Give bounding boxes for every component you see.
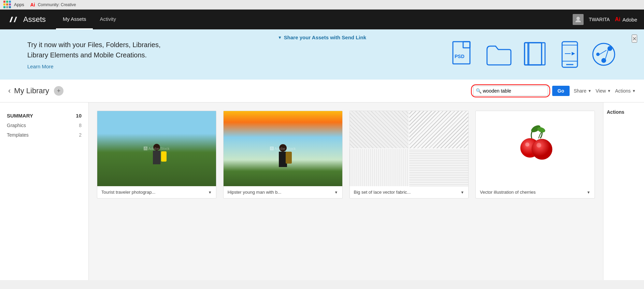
svg-rect-7 [525,43,542,65]
image-title-3: Big set of lace vector fabric... [354,190,459,195]
user-name: TWARITA [589,17,610,22]
image-title-4: Vector illustration of cherries [480,190,585,195]
nav-right: TWARITA Ai Adobe [573,14,637,25]
share-icon [591,42,617,67]
svg-text:PSD: PSD [455,54,464,59]
image-footer-2: Hipster young man with b... ▼ [224,186,342,198]
view-chevron-icon: ▼ [607,89,611,93]
tab-my-assets[interactable]: My Assets [56,10,93,29]
sidebar-item-templates[interactable]: Templates 2 [7,130,82,140]
image-card-2: 🅰 Adobe Stock Hipster young man with b..… [223,111,343,198]
watermark-2: 🅰 Adobe Stock [270,147,296,151]
community-label[interactable]: Community: Creative [38,2,76,7]
summary-total-row[interactable]: SUMMARY 10 [7,111,82,121]
app-bar: Apps Ai Community: Creative [0,0,644,10]
svg-point-13 [601,58,606,63]
apps-label[interactable]: Apps [14,2,24,7]
view-button[interactable]: View ▼ [596,88,611,94]
back-button[interactable]: ‹ [8,86,11,95]
svg-point-0 [7,13,19,26]
image-thumb-4[interactable] [476,111,595,186]
actions-panel-label: Actions [607,109,641,115]
image-thumb-3[interactable] [350,111,469,186]
learn-more-link[interactable]: Learn More [27,64,160,69]
share-button[interactable]: Share ▼ [574,88,591,94]
summary-count: 10 [76,113,82,119]
svg-rect-3 [463,42,470,48]
templates-label: Templates [7,132,29,138]
svg-line-14 [605,50,608,59]
image-dropdown-3[interactable]: ▼ [460,190,464,194]
image-dropdown-2[interactable]: ▼ [334,190,338,194]
svg-point-15 [596,53,600,56]
banner-text: Try it now with your Files, Folders, Lib… [27,40,160,69]
adobe-cc-logo [7,13,19,26]
psd-icon: PSD [451,41,475,68]
sidebar-item-graphics[interactable]: Graphics 8 [7,121,82,130]
watermark-1: 🅰 Adobe Stock [144,147,170,151]
main-nav: Assets My Assets Activity TWARITA Ai Ado… [0,10,644,29]
content-area: SUMMARY 10 Graphics 8 Templates 2 [0,102,644,280]
image-card-1: 🅰 Adobe Stock Tourist traveler photograp… [97,111,216,198]
image-footer-3: Big set of lace vector fabric... ▼ [350,186,469,198]
actions-panel: Actions [603,102,644,280]
image-card-3: Big set of lace vector fabric... ▼ [349,111,469,198]
search-input[interactable] [473,86,548,96]
image-grid: 🅰 Adobe Stock Tourist traveler photograp… [89,102,603,280]
image-title-1: Tourist traveler photograp... [101,190,207,195]
share-chevron-icon: ▼ [588,89,591,93]
graphics-count: 8 [79,123,82,128]
svg-rect-6 [528,43,545,65]
avatar [573,14,584,25]
actions-chevron-icon: ▼ [632,89,636,93]
folder-icon [485,43,513,67]
templates-count: 2 [79,132,82,138]
image-footer-4: Vector illustration of cherries ▼ [476,186,595,198]
search-wrap: 🔍 [473,86,548,96]
library-actions: 🔍 Go Share ▼ View ▼ Actions ▼ [473,86,636,96]
svg-point-22 [532,139,552,160]
sidebar: SUMMARY 10 Graphics 8 Templates 2 [0,102,89,280]
image-card-4: Vector illustration of cherries ▼ [475,111,595,198]
banner-description: Try it now with your Files, Folders, Lib… [27,40,160,60]
mobile-icon [559,40,581,69]
add-library-button[interactable]: + [54,86,63,96]
image-thumb-2[interactable]: 🅰 Adobe Stock [224,111,342,186]
banner: Share your Assets with Send Link × Try i… [0,29,644,80]
banner-title: Share your Assets with Send Link [278,35,366,40]
library-icon [523,41,548,68]
image-title-2: Hipster young man with b... [228,190,333,195]
summary-label: SUMMARY [7,113,33,119]
lace-pattern [350,111,469,186]
adobe-logo-right: Ai [615,16,620,23]
adobe-logo-small: Ai [30,2,35,8]
adobe-right: Ai Adobe [615,16,637,23]
svg-rect-2 [453,42,470,64]
svg-point-20 [525,142,529,147]
image-footer-1: Tourist traveler photograp... ▼ [97,186,216,198]
search-icon: 🔍 [476,88,482,94]
library-section: ‹ My Library + 🔍 Go Share ▼ View ▼ Actio… [0,80,644,102]
image-dropdown-4[interactable]: ▼ [587,190,590,194]
tab-activity[interactable]: Activity [93,10,123,29]
svg-rect-5 [525,43,542,65]
apps-grid-icon [3,1,11,9]
banner-close-button[interactable]: × [632,35,637,43]
banner-icons: PSD [451,40,617,69]
svg-rect-8 [562,42,577,67]
cherries-illustration [476,111,595,186]
actions-button[interactable]: Actions ▼ [615,88,636,94]
nav-title: Assets [23,15,46,24]
svg-point-1 [576,17,580,20]
adobe-text-right: Adobe [622,17,637,23]
svg-point-23 [536,143,541,148]
summary-section: SUMMARY 10 Graphics 8 Templates 2 [7,111,82,140]
image-thumb-1[interactable]: 🅰 Adobe Stock [97,111,216,186]
image-dropdown-1[interactable]: ▼ [208,190,212,194]
nav-tabs: My Assets Activity [56,10,123,29]
graphics-label: Graphics [7,123,26,128]
go-button[interactable]: Go [552,86,570,96]
library-title: My Library [14,86,49,95]
